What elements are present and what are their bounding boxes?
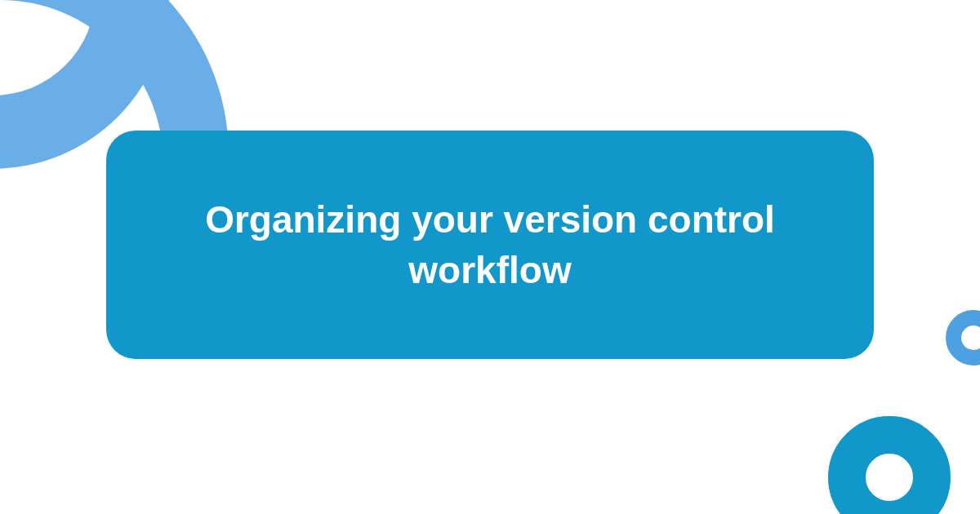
title-card: Organizing your version control workflow: [106, 131, 874, 359]
decorative-ring-small: [946, 310, 980, 366]
page-title: Organizing your version control workflow: [172, 194, 808, 295]
decorative-ring-large: [828, 416, 951, 514]
